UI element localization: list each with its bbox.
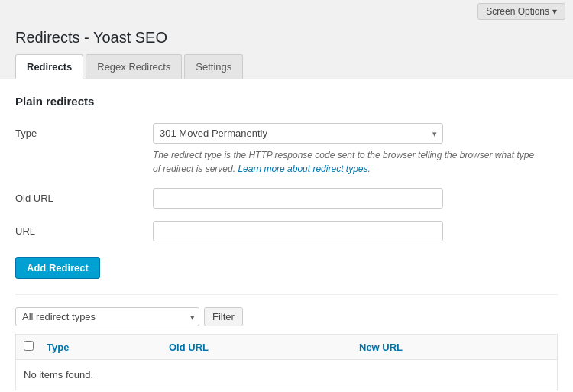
learn-more-link[interactable]: Learn more about redirect types <box>238 164 367 174</box>
type-select-wrapper: 301 Moved Permanently 302 Found 307 Temp… <box>153 123 443 144</box>
empty-message: No items found. <box>16 360 557 390</box>
help-text: The redirect type is the HTTP response c… <box>153 148 535 176</box>
top-bar: Screen Options ▾ <box>0 0 573 23</box>
header-old-url[interactable]: Old URL <box>169 342 359 353</box>
add-redirect-button[interactable]: Add Redirect <box>15 257 100 279</box>
header-checkbox-cell <box>24 341 47 353</box>
table-header: Type Old URL New URL <box>16 335 557 360</box>
filter-type-select[interactable]: All redirect types 301 Moved Permanently… <box>15 307 199 326</box>
tab-settings[interactable]: Settings <box>184 54 243 79</box>
old-url-row: Old URL <box>15 188 558 209</box>
select-all-checkbox[interactable] <box>24 341 34 351</box>
screen-options-button[interactable]: Screen Options ▾ <box>478 3 565 20</box>
redirects-table: Type Old URL New URL No items found. <box>15 334 558 390</box>
section-title: Plain redirects <box>15 95 558 108</box>
header-type[interactable]: Type <box>47 342 169 353</box>
url-label: URL <box>15 221 153 237</box>
old-url-control <box>153 188 558 209</box>
old-url-label: Old URL <box>15 188 153 204</box>
page-title: Redirects - Yoast SEO <box>0 23 573 54</box>
type-select[interactable]: 301 Moved Permanently 302 Found 307 Temp… <box>153 123 443 144</box>
header-new-url[interactable]: New URL <box>359 342 549 353</box>
tabs-container: Redirects Regex Redirects Settings <box>0 54 573 79</box>
type-row: Type 301 Moved Permanently 302 Found 307… <box>15 123 558 176</box>
add-redirect-row: Add Redirect <box>15 257 558 279</box>
old-url-input[interactable] <box>153 188 443 209</box>
screen-options-label: Screen Options <box>486 6 549 17</box>
filter-select-wrapper: All redirect types 301 Moved Permanently… <box>15 307 199 326</box>
tab-redirects[interactable]: Redirects <box>15 54 83 79</box>
tab-regex-redirects[interactable]: Regex Redirects <box>86 54 182 79</box>
url-control <box>153 221 558 241</box>
url-row: URL <box>15 221 558 241</box>
filter-row: All redirect types 301 Moved Permanently… <box>15 294 558 326</box>
type-label: Type <box>15 123 153 139</box>
filter-button[interactable]: Filter <box>204 307 243 326</box>
content-area: Plain redirects Type 301 Moved Permanent… <box>0 79 573 392</box>
type-control: 301 Moved Permanently 302 Found 307 Temp… <box>153 123 558 176</box>
url-input[interactable] <box>153 221 443 241</box>
screen-options-arrow-icon: ▾ <box>552 6 557 17</box>
